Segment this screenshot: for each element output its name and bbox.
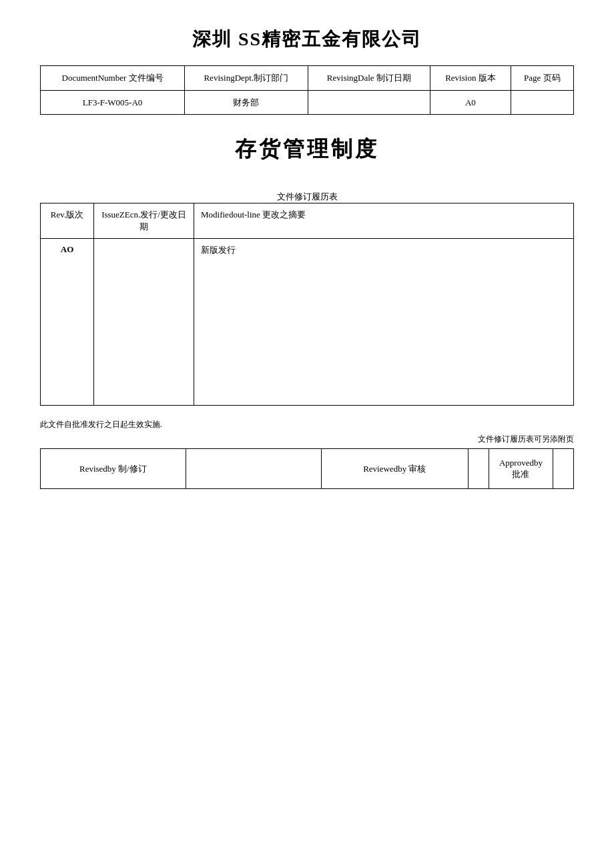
header-col4-value: A0 xyxy=(430,90,511,115)
header-col4-label: Revision 版本 xyxy=(430,66,511,91)
header-table: DocumentNumber 文件编号 RevisingDept.制订部门 Re… xyxy=(40,65,574,115)
sig-col3-header: Approvedby 批准 xyxy=(489,449,553,489)
header-col3-label: RevisingDale 制订日期 xyxy=(308,66,430,91)
header-col1-value: LF3-F-W005-A0 xyxy=(41,90,185,115)
header-col3-value xyxy=(308,90,430,115)
sig-col2-header: Reviewedby 审核 xyxy=(321,449,468,489)
revision-history-label: 文件修订履历表 xyxy=(40,191,574,203)
signature-table: Revisedby 制/修订 Reviewedby 审核 Approvedby … xyxy=(40,448,574,489)
header-col1-label: DocumentNumber 文件编号 xyxy=(41,66,185,91)
header-col5-label: Page 页码 xyxy=(511,66,573,91)
sig-col2-value xyxy=(468,449,489,489)
issue-value xyxy=(94,239,194,406)
rev-value: AO xyxy=(41,239,94,406)
rev-col-header: Rev.版次 xyxy=(41,203,94,239)
revision-history-table: Rev.版次 IssueZEcn.发行/更改日期 Modifiedout-lin… xyxy=(40,203,574,406)
sig-col3-value xyxy=(553,449,573,489)
revision-row: AO 新版发行 xyxy=(41,239,574,406)
document-title: 存货管理制度 xyxy=(40,135,574,164)
modified-value: 新版发行 xyxy=(194,239,574,406)
header-col2-label: RevisingDept.制订部门 xyxy=(185,66,308,91)
sig-col1-value xyxy=(186,449,321,489)
company-title: 深圳 SS精密五金有限公司 xyxy=(40,27,574,52)
header-col5-value xyxy=(511,90,573,115)
effective-text: 此文件自批准发行之日起生效实施. xyxy=(40,419,574,430)
sig-col1-header: Revisedby 制/修订 xyxy=(41,449,186,489)
modified-col-header: Modifiedout-line 更改之摘要 xyxy=(194,203,574,239)
issue-col-header: IssueZEcn.发行/更改日期 xyxy=(94,203,194,239)
header-col2-value: 财务部 xyxy=(185,90,308,115)
additional-pages-text: 文件修订履历表可另添附页 xyxy=(40,434,574,445)
